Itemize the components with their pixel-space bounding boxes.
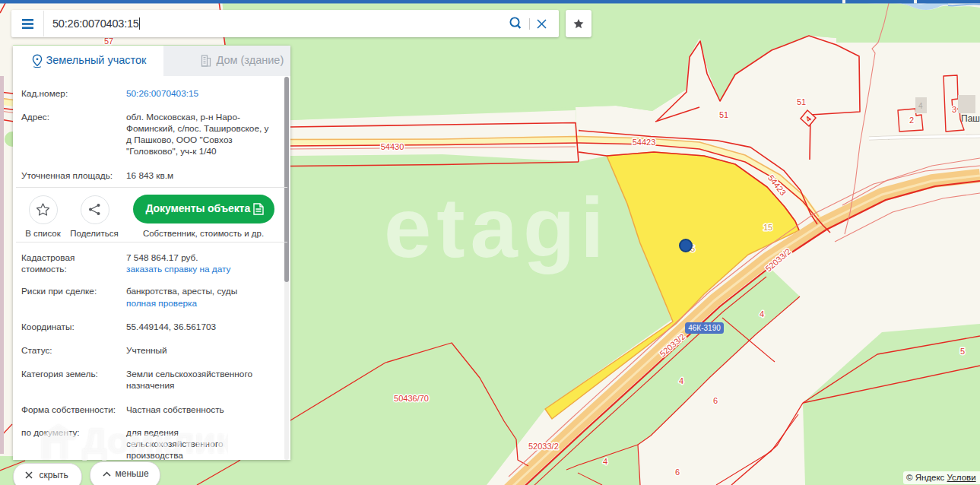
svg-text:15: 15 — [763, 223, 772, 232]
svg-text:51: 51 — [719, 110, 728, 119]
svg-text:46К-3190: 46К-3190 — [688, 324, 721, 332]
svg-text:4: 4 — [603, 457, 607, 466]
svg-text:Паш: Паш — [961, 113, 980, 124]
svg-text:50436/70: 50436/70 — [394, 394, 429, 403]
svg-text:5: 5 — [960, 347, 965, 356]
svg-text:4: 4 — [679, 376, 683, 385]
svg-text:6: 6 — [713, 396, 718, 405]
svg-text:2: 2 — [909, 116, 914, 125]
svg-text:52033/2: 52033/2 — [528, 442, 559, 451]
svg-text:51: 51 — [797, 97, 806, 106]
svg-text:4: 4 — [760, 309, 764, 319]
svg-text:Домклик: Домклик — [82, 421, 228, 461]
svg-text:4: 4 — [918, 102, 923, 110]
svg-text:57: 57 — [104, 36, 113, 46]
svg-text:54430: 54430 — [381, 142, 404, 151]
svg-text:etagi: etagi — [384, 180, 609, 275]
svg-text:54423: 54423 — [633, 138, 656, 147]
svg-text:3: 3 — [952, 105, 956, 114]
svg-text:6: 6 — [675, 468, 680, 477]
